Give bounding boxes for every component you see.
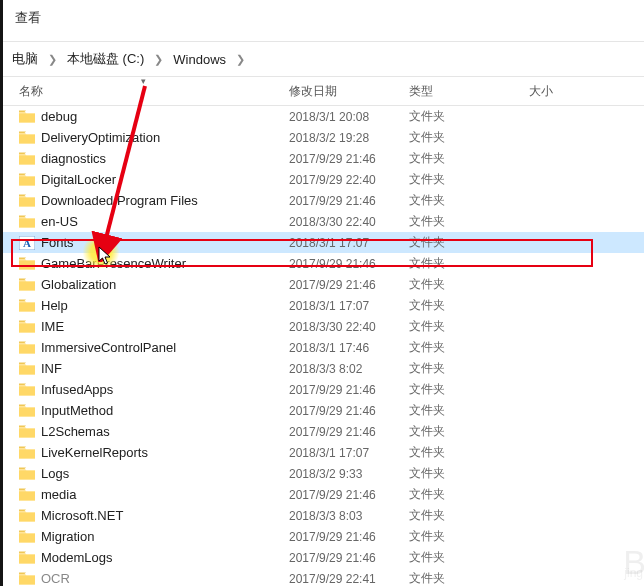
list-item[interactable]: L2Schemas2017/9/29 21:46文件夹 xyxy=(3,421,644,442)
column-header-type[interactable]: 类型 xyxy=(409,83,529,100)
crumb-computer[interactable]: 电脑 xyxy=(6,50,44,68)
file-type: 文件夹 xyxy=(409,528,529,545)
file-type: 文件夹 xyxy=(409,339,529,356)
file-name: media xyxy=(41,487,76,502)
file-type: 文件夹 xyxy=(409,507,529,524)
list-item[interactable]: debug2018/3/1 20:08文件夹 xyxy=(3,106,644,127)
folder-icon xyxy=(19,299,35,312)
list-item[interactable]: AFonts2018/3/1 17:07文件夹 xyxy=(3,232,644,253)
file-type: 文件夹 xyxy=(409,402,529,419)
list-item[interactable]: InputMethod2017/9/29 21:46文件夹 xyxy=(3,400,644,421)
list-item[interactable]: INF2018/3/3 8:02文件夹 xyxy=(3,358,644,379)
file-date: 2018/3/1 17:07 xyxy=(289,299,409,313)
file-name: debug xyxy=(41,109,77,124)
file-list: debug2018/3/1 20:08文件夹DeliveryOptimizati… xyxy=(3,106,644,586)
column-header-date[interactable]: 修改日期 xyxy=(289,83,409,100)
file-type: 文件夹 xyxy=(409,570,529,586)
file-type: 文件夹 xyxy=(409,360,529,377)
folder-icon xyxy=(19,257,35,270)
file-name: InfusedApps xyxy=(41,382,113,397)
folder-icon xyxy=(19,509,35,522)
file-date: 2017/9/29 21:46 xyxy=(289,257,409,271)
folder-icon xyxy=(19,215,35,228)
list-item[interactable]: en-US2018/3/30 22:40文件夹 xyxy=(3,211,644,232)
list-item[interactable]: DeliveryOptimization2018/3/2 19:28文件夹 xyxy=(3,127,644,148)
crumb-folder[interactable]: Windows xyxy=(167,52,232,67)
list-item[interactable]: ImmersiveControlPanel2018/3/1 17:46文件夹 xyxy=(3,337,644,358)
column-header-row: ▾ 名称 修改日期 类型 大小 xyxy=(3,76,644,106)
list-item[interactable]: OCR2017/9/29 22:41文件夹 xyxy=(3,568,644,586)
file-name: ModemLogs xyxy=(41,550,113,565)
file-date: 2017/9/29 21:46 xyxy=(289,488,409,502)
file-type: 文件夹 xyxy=(409,150,529,167)
folder-icon xyxy=(19,173,35,186)
file-type: 文件夹 xyxy=(409,297,529,314)
file-name: Help xyxy=(41,298,68,313)
file-type: 文件夹 xyxy=(409,549,529,566)
file-type: 文件夹 xyxy=(409,171,529,188)
file-type: 文件夹 xyxy=(409,255,529,272)
folder-icon xyxy=(19,152,35,165)
folder-icon xyxy=(19,551,35,564)
file-name: en-US xyxy=(41,214,78,229)
file-date: 2017/9/29 21:46 xyxy=(289,278,409,292)
crumb-drive[interactable]: 本地磁盘 (C:) xyxy=(61,50,150,68)
file-date: 2017/9/29 21:46 xyxy=(289,383,409,397)
file-date: 2017/9/29 21:46 xyxy=(289,404,409,418)
list-item[interactable]: Microsoft.NET2018/3/3 8:03文件夹 xyxy=(3,505,644,526)
file-date: 2017/9/29 21:46 xyxy=(289,194,409,208)
list-item[interactable]: GameBarPresenceWriter2017/9/29 21:46文件夹 xyxy=(3,253,644,274)
file-type: 文件夹 xyxy=(409,465,529,482)
file-date: 2017/9/29 21:46 xyxy=(289,551,409,565)
list-item[interactable]: Help2018/3/1 17:07文件夹 xyxy=(3,295,644,316)
file-date: 2017/9/29 22:40 xyxy=(289,173,409,187)
list-item[interactable]: Downloaded Program Files2017/9/29 21:46文… xyxy=(3,190,644,211)
file-type: 文件夹 xyxy=(409,486,529,503)
column-header-size[interactable]: 大小 xyxy=(529,83,644,100)
file-date: 2017/9/29 21:46 xyxy=(289,152,409,166)
file-date: 2018/3/1 20:08 xyxy=(289,110,409,124)
folder-icon xyxy=(19,404,35,417)
folder-icon xyxy=(19,362,35,375)
file-name: LiveKernelReports xyxy=(41,445,148,460)
file-type: 文件夹 xyxy=(409,108,529,125)
folder-icon xyxy=(19,110,35,123)
file-name: ImmersiveControlPanel xyxy=(41,340,176,355)
list-item[interactable]: DigitalLocker2017/9/29 22:40文件夹 xyxy=(3,169,644,190)
column-header-name[interactable]: 名称 xyxy=(3,83,289,100)
file-date: 2018/3/2 19:28 xyxy=(289,131,409,145)
folder-icon xyxy=(19,488,35,501)
file-name: Logs xyxy=(41,466,69,481)
list-item[interactable]: media2017/9/29 21:46文件夹 xyxy=(3,484,644,505)
list-item[interactable]: diagnostics2017/9/29 21:46文件夹 xyxy=(3,148,644,169)
list-item[interactable]: Globalization2017/9/29 21:46文件夹 xyxy=(3,274,644,295)
folder-icon xyxy=(19,320,35,333)
file-name: Downloaded Program Files xyxy=(41,193,198,208)
file-type: 文件夹 xyxy=(409,213,529,230)
svg-text:A: A xyxy=(23,237,31,249)
fonts-folder-icon: A xyxy=(19,236,35,250)
file-date: 2018/3/1 17:07 xyxy=(289,236,409,250)
file-name: Fonts xyxy=(41,235,74,250)
chevron-right-icon[interactable]: ❯ xyxy=(44,53,61,66)
folder-icon xyxy=(19,383,35,396)
file-name: GameBarPresenceWriter xyxy=(41,256,186,271)
list-item[interactable]: ModemLogs2017/9/29 21:46文件夹 xyxy=(3,547,644,568)
folder-icon xyxy=(19,467,35,480)
chevron-right-icon[interactable]: ❯ xyxy=(232,53,249,66)
sort-indicator-icon: ▾ xyxy=(141,76,146,86)
file-type: 文件夹 xyxy=(409,192,529,209)
breadcrumb[interactable]: 电脑 ❯ 本地磁盘 (C:) ❯ Windows ❯ xyxy=(3,42,644,76)
list-item[interactable]: IME2018/3/30 22:40文件夹 xyxy=(3,316,644,337)
tab-view[interactable]: 查看 xyxy=(15,10,41,25)
list-item[interactable]: Logs2018/3/2 9:33文件夹 xyxy=(3,463,644,484)
folder-icon xyxy=(19,425,35,438)
chevron-right-icon[interactable]: ❯ xyxy=(150,53,167,66)
list-item[interactable]: LiveKernelReports2018/3/1 17:07文件夹 xyxy=(3,442,644,463)
folder-icon xyxy=(19,446,35,459)
file-name: Migration xyxy=(41,529,94,544)
folder-icon xyxy=(19,530,35,543)
list-item[interactable]: InfusedApps2017/9/29 21:46文件夹 xyxy=(3,379,644,400)
list-item[interactable]: Migration2017/9/29 21:46文件夹 xyxy=(3,526,644,547)
file-name: DigitalLocker xyxy=(41,172,116,187)
